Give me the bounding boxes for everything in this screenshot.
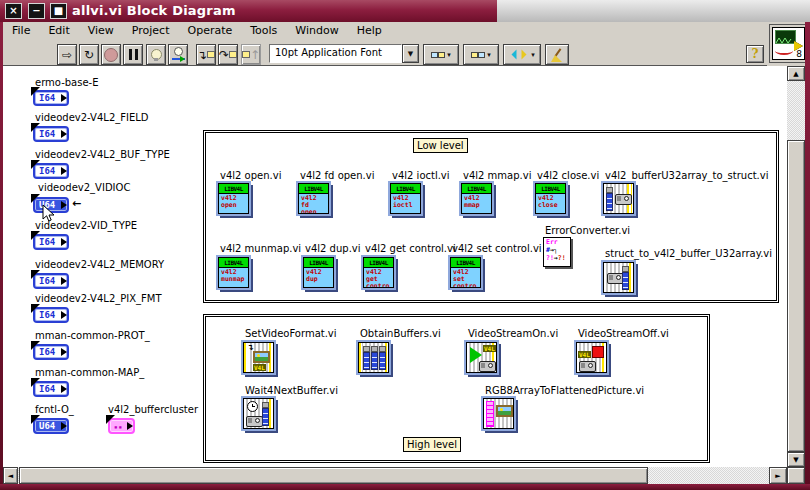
vi-label: v4l2 open.vi: [220, 170, 281, 181]
vi-v4l2-ioctl[interactable]: LIBV4L v4l2 ioctl: [390, 183, 421, 214]
close-icon[interactable]: ×: [5, 3, 22, 19]
vertical-scrollbar-thumb[interactable]: [787, 140, 805, 452]
maximize-icon[interactable]: ■: [50, 3, 67, 19]
step-over-button[interactable]: ↷: [218, 44, 238, 65]
vi-bufferU32array-to-struct[interactable]: [603, 183, 634, 214]
terminal-label: videodev2-V4L2_PIX_FMT: [35, 293, 162, 304]
horizontal-scrollbar-thumb[interactable]: [19, 467, 648, 484]
step-into-button[interactable]: ↴: [196, 44, 216, 65]
vi-icon-header: LIBV4L: [391, 184, 420, 194]
terminal-label: ermo-base-E: [35, 77, 99, 88]
vi-label: VideoStreamOn.vi: [468, 328, 558, 339]
mouse-cursor-icon: [42, 204, 56, 222]
terminal-type: I64: [39, 166, 55, 176]
menu-edit[interactable]: Edit: [39, 23, 78, 39]
retain-wire-values-button[interactable]: [168, 44, 188, 65]
font-selector[interactable]: 10pt Application Font: [269, 44, 402, 63]
menu-view[interactable]: View: [79, 23, 123, 39]
waveform-icon: [775, 30, 796, 44]
vi-v4l2-fd-open[interactable]: LIBV4L v4l2 fd open: [298, 183, 329, 214]
vi-label: RGB8ArrayToFlattenedPicture.vi: [485, 385, 644, 396]
terminal-ermo-base-E[interactable]: I64: [33, 90, 69, 106]
vertical-scrollbar[interactable]: ▲ ▼: [787, 66, 805, 467]
terminal-out-arrow-icon: [61, 130, 67, 138]
terminal-type: I64: [39, 347, 55, 357]
vi-rgb8array-to-flattened-picture[interactable]: [483, 398, 514, 429]
menu-tools[interactable]: Tools: [241, 23, 286, 39]
camera-icon: [579, 361, 596, 372]
menu-help[interactable]: Help: [348, 23, 391, 39]
menubar: File Edit View Project Operate Tools Win…: [3, 22, 763, 40]
camera-icon: [246, 416, 263, 427]
step-out-button[interactable]: ↑: [241, 44, 261, 65]
node-box-icon: [242, 51, 250, 58]
terminal-type: I64: [39, 276, 55, 286]
terminal-out-arrow-icon: [61, 94, 67, 102]
reorder-button[interactable]: ▾: [503, 44, 541, 65]
vi-wait4-next-buffer[interactable]: [243, 398, 274, 429]
vi-v4l2-set-control[interactable]: LIBV4L v4l2 set contro: [450, 257, 481, 288]
menu-file[interactable]: File: [3, 23, 39, 39]
pause-icon: [129, 49, 132, 60]
camera-icon: [615, 194, 632, 205]
vi-video-stream-on[interactable]: V4L: [466, 342, 497, 373]
scroll-down-button[interactable]: ▼: [787, 452, 805, 467]
align-icon: [438, 52, 445, 58]
vi-icon-header: LIBV4L: [462, 184, 491, 194]
vi-set-video-format[interactable]: ↴ V4L: [243, 342, 274, 373]
run-button[interactable]: ⇨: [57, 44, 77, 65]
pause-icon: [135, 49, 138, 60]
terminal-mman-prot[interactable]: I64: [33, 344, 69, 360]
vi-error-converter[interactable]: Err #→┐ ?!→?!: [543, 237, 571, 267]
distribute-objects-button[interactable]: ▾: [463, 44, 499, 65]
run-continuous-button[interactable]: ↻: [79, 44, 99, 65]
abort-icon: [104, 48, 118, 62]
terminal-type: I64: [39, 310, 55, 320]
step-over-icon: ↷: [219, 48, 229, 62]
horizontal-scrollbar[interactable]: ◄ ►: [3, 467, 787, 484]
pause-button[interactable]: [123, 44, 143, 65]
scroll-up-icon: ▲: [793, 70, 798, 78]
vi-v4l2-mmap[interactable]: LIBV4L v4l2 mmap: [461, 183, 492, 214]
menu-window[interactable]: Window: [286, 23, 347, 39]
vi-label: v4l2_bufferU32array_to_struct.vi: [605, 170, 768, 181]
terminal-out-arrow-icon: [61, 311, 67, 319]
terminal-mman-map[interactable]: I64: [33, 381, 69, 397]
menu-project[interactable]: Project: [123, 23, 179, 39]
buffer-blocks-icon: [622, 266, 629, 290]
menu-operate[interactable]: Operate: [178, 23, 241, 39]
help-button[interactable]: ?: [746, 45, 764, 63]
vi-struct-to-buffer-U32array[interactable]: [603, 262, 634, 293]
terminal-v4l2-buf-type[interactable]: I64: [33, 163, 69, 179]
vi-video-stream-off[interactable]: V4L: [576, 342, 607, 373]
terminal-label: videodev2-V4L2_MEMORY: [35, 259, 164, 270]
clean-up-diagram-button[interactable]: [545, 44, 569, 65]
vi-v4l2-dup[interactable]: LIBV4L v4l2 dup: [303, 257, 334, 288]
vi-v4l2-close[interactable]: LIBV4L v4l2 close: [535, 183, 566, 214]
terminal-v4l2-field[interactable]: I64: [33, 126, 69, 142]
terminal-fcntl-o[interactable]: U64: [33, 418, 69, 434]
scroll-up-button[interactable]: ▲: [787, 66, 805, 81]
minimize-icon[interactable]: −: [28, 3, 45, 19]
vi-icon-header: LIBV4L: [536, 184, 565, 194]
vi-v4l2-open[interactable]: LIBV4L v4l2 open: [218, 183, 249, 214]
terminal-vid-type[interactable]: I64: [33, 234, 69, 250]
vi-v4l2-get-control[interactable]: LIBV4L v4l2 get contro: [363, 257, 394, 288]
terminal-v4l2-memory[interactable]: I64: [33, 273, 69, 289]
vi-obtain-buffers[interactable]: [358, 342, 389, 373]
abort-button[interactable]: [101, 44, 121, 65]
align-objects-button[interactable]: ▾: [423, 44, 459, 65]
terminal-v4l2-pix-fmt[interactable]: I64: [33, 307, 69, 323]
resize-corner[interactable]: [787, 467, 805, 484]
font-selector-dropdown[interactable]: ▼: [402, 44, 419, 63]
terminal-v4l2-buffercluster[interactable]: ▪▪: [108, 418, 135, 434]
vi-icon-button[interactable]: 8: [769, 24, 808, 63]
chevron-down-icon: ▼: [408, 50, 413, 58]
vi-v4l2-munmap[interactable]: LIBV4L v4l2 munmap: [218, 257, 249, 288]
scroll-right-button[interactable]: ►: [769, 467, 787, 484]
vi-icon-header: LIBV4L: [219, 258, 248, 268]
vi-icon-body-text: v4l2 open: [219, 194, 248, 213]
highlight-execution-button[interactable]: [146, 44, 166, 65]
scroll-left-button[interactable]: ◄: [3, 467, 18, 484]
window-title: allvi.vi Block Diagram: [72, 3, 236, 18]
